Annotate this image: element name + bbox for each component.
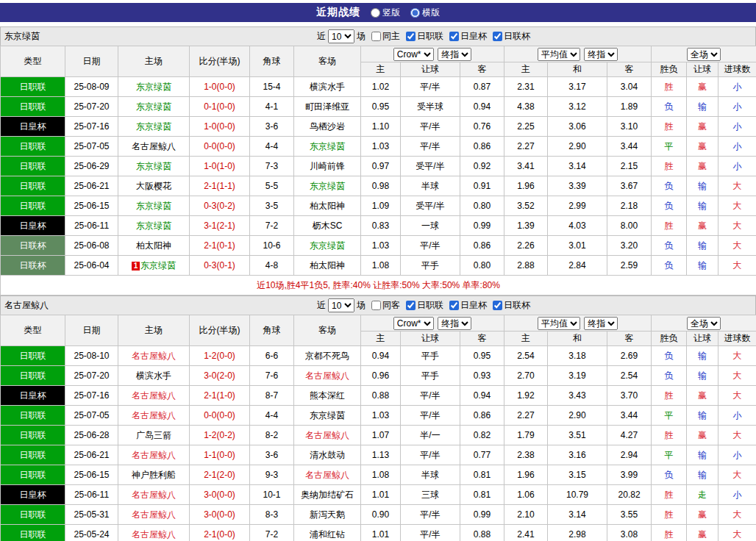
corners-cell: 10-6	[250, 236, 294, 256]
header-row-top: 类型 日期 主场 比分(半场) 角球 客场 Crow* 终指 平均值 终指 全场	[1, 315, 756, 332]
league-filter-league-cup[interactable]: 日联杯	[493, 299, 530, 312]
handicap-result-cell: 输	[687, 406, 718, 426]
goals-result-cell: 小	[718, 485, 756, 505]
result-cell: 负	[652, 97, 687, 117]
handicap-cell: 平/半	[401, 117, 460, 137]
table-row: 日职联 25-06-29 东京绿茵 1-0(1-0) 7-3 川崎前锋 0.97…	[1, 157, 756, 176]
score-cell: 0-0(0-0)	[190, 137, 250, 157]
same-venue-filter[interactable]: 同客	[371, 299, 400, 312]
summary-text: 近10场,胜4平1负5, 胜率:40% 让胜率:50% 大率:50% 单率:80…	[1, 276, 756, 295]
avg-home-odds-cell: 2.31	[504, 77, 548, 97]
handicap-result-cell: 输	[687, 176, 718, 196]
summary-row: 近10场,胜4平1负5, 胜率:40% 让胜率:50% 大率:50% 单率:80…	[1, 276, 756, 295]
layout-radio-vertical[interactable]: 竖版	[371, 7, 400, 19]
away-team-cell: 柏太阳神	[294, 196, 361, 216]
handicap-result-cell: 输	[687, 445, 718, 465]
match-count-select[interactable]: 10	[328, 29, 354, 43]
bookmaker-select[interactable]: Crow*	[393, 317, 434, 330]
corners-cell: 4-8	[250, 256, 294, 276]
average-select[interactable]: 平均值	[538, 48, 580, 61]
subcol-result: 胜负	[652, 332, 687, 346]
home-odds-cell: 1.09	[361, 196, 401, 216]
handicap-result-cell: 赢	[687, 426, 718, 445]
final-odds-select-2[interactable]: 终指	[584, 317, 618, 330]
final-odds-select[interactable]: 终指	[438, 48, 471, 61]
handicap-result-cell: 走	[687, 485, 718, 505]
avg-home-odds-cell: 1.96	[504, 465, 548, 485]
column-header-away: 客场	[294, 46, 361, 77]
scope-select[interactable]: 全场	[687, 48, 721, 61]
avg-home-odds-cell: 2.10	[504, 505, 548, 525]
scope-select[interactable]: 全场	[687, 317, 721, 330]
avg-away-odds-cell: 2.15	[607, 157, 652, 176]
avg-draw-odds-cell: 3.01	[548, 236, 607, 256]
away-odds-cell: 0.91	[460, 176, 504, 196]
league-filter-league-cup[interactable]: 日联杯	[493, 30, 530, 43]
handicap-cell: 半球	[401, 465, 460, 485]
handicap-result-cell: 赢	[687, 386, 718, 406]
horizontal-radio[interactable]	[410, 8, 420, 18]
away-odds-cell: 0.86	[460, 236, 504, 256]
avg-draw-odds-cell: 3.15	[548, 465, 607, 485]
goals-result-cell: 大	[718, 236, 756, 256]
table-row: 日皇杯 25-07-16 东京绿茵 1-0(0-0) 3-6 鸟栖沙岩 1.10…	[1, 117, 756, 137]
layout-radio-horizontal[interactable]: 横版	[410, 7, 440, 19]
avg-draw-odds-cell: 3.16	[548, 445, 607, 465]
match-count-select[interactable]: 10	[328, 298, 354, 312]
corners-cell: 4-4	[250, 137, 294, 157]
subcol-avg-away: 客	[607, 332, 652, 346]
away-team-name: 柏太阳神	[310, 201, 345, 211]
league-filter-jleague[interactable]: 日职联	[406, 299, 443, 312]
date-cell: 25-06-15	[65, 465, 118, 485]
jleague-checkbox[interactable]	[406, 301, 416, 310]
league-filter-emperor-cup[interactable]: 日皇杯	[449, 299, 487, 312]
avg-away-odds-cell: 3.44	[607, 137, 652, 157]
team-name: 名古屋鲸八	[4, 299, 49, 312]
subcol-handicap: 让球	[401, 62, 460, 77]
corners-cell: 7-2	[250, 525, 294, 541]
away-team-name: 横滨水手	[310, 82, 345, 92]
avg-away-odds-cell: 2.69	[607, 346, 652, 366]
final-odds-select-2[interactable]: 终指	[584, 48, 618, 61]
emperor-cup-checkbox[interactable]	[449, 32, 459, 41]
same-venue-filter[interactable]: 同主	[371, 30, 400, 43]
score-cell: 3-0(0-0)	[190, 485, 250, 505]
vertical-radio[interactable]	[371, 8, 380, 18]
league-filter-emperor-cup[interactable]: 日皇杯	[449, 30, 487, 43]
sections-container: 东京绿茵 近 10 场 同主 日职联 日皇杯 日联杯	[0, 26, 756, 541]
away-odds-cell: 0.94	[460, 97, 504, 117]
avg-draw-odds-cell: 3.43	[548, 386, 607, 406]
column-header-type: 类型	[1, 315, 65, 346]
average-select[interactable]: 平均值	[538, 317, 580, 330]
away-team-cell: 新泻天鹅	[294, 505, 361, 525]
same-venue-checkbox[interactable]	[371, 301, 381, 310]
handicap-result-cell: 赢	[687, 77, 718, 97]
league-cup-checkbox[interactable]	[493, 301, 502, 310]
score-cell: 2-1(0-1)	[190, 236, 250, 256]
away-team-cell: 鸟栖沙岩	[294, 117, 361, 137]
same-venue-checkbox[interactable]	[371, 32, 381, 41]
jleague-checkbox[interactable]	[406, 32, 416, 41]
avg-draw-odds-cell: 10.79	[548, 485, 607, 505]
home-team-cell: 大阪樱花	[118, 176, 190, 196]
handicap-result-cell: 赢	[687, 505, 718, 525]
table-row: 日皇杯 25-07-16 名古屋鲸八 2-1(1-0) 8-7 熊本深红 0.8…	[1, 386, 756, 406]
goals-result-cell: 小	[718, 97, 756, 117]
league-cell: 日皇杯	[1, 216, 65, 236]
same-venue-label: 同主	[382, 30, 400, 43]
subcol-odds-away: 客	[460, 332, 504, 346]
handicap-result-cell: 输	[687, 236, 718, 256]
home-team-name: 东京绿茵	[136, 82, 171, 92]
bookmaker-select[interactable]: Crow*	[393, 48, 434, 61]
league-cup-checkbox[interactable]	[493, 32, 502, 41]
results-table: 类型 日期 主场 比分(半场) 角球 客场 Crow* 终指 平均值 终指 全场	[0, 46, 756, 295]
final-odds-select[interactable]: 终指	[438, 317, 471, 330]
emperor-cup-checkbox[interactable]	[449, 301, 459, 310]
league-filter-jleague[interactable]: 日职联	[406, 30, 443, 43]
home-team-cell: 东京绿茵	[118, 77, 190, 97]
away-odds-cell: 0.86	[460, 137, 504, 157]
away-odds-cell: 0.99	[460, 216, 504, 236]
score-cell: 2-1(2-0)	[190, 465, 250, 485]
avg-draw-odds-cell: 3.18	[548, 346, 607, 366]
date-cell: 25-07-05	[65, 137, 118, 157]
